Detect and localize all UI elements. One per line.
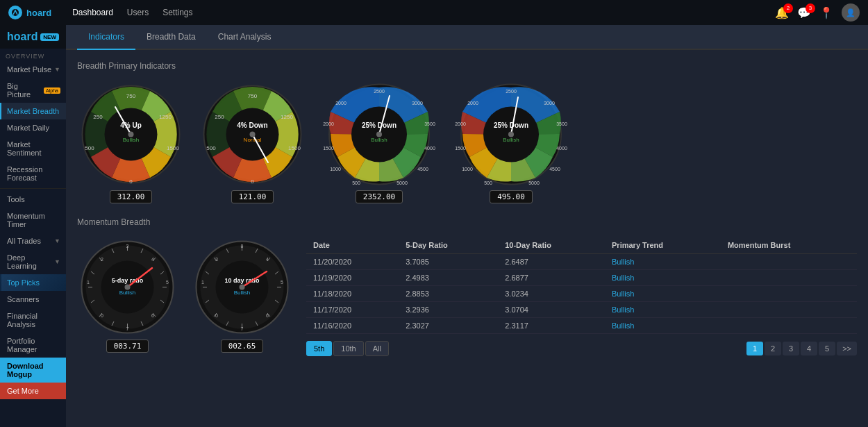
sidebar-item-financial-analysis[interactable]: Financial Analysis bbox=[0, 308, 66, 333]
page-4[interactable]: 4 bbox=[801, 342, 817, 355]
svg-text:250: 250 bbox=[93, 114, 103, 120]
table-row: 11/18/2020 2.8853 3.0234 Bullish bbox=[306, 286, 857, 302]
arrow-icon: ▼ bbox=[54, 258, 60, 265]
col-header-date: Date bbox=[306, 237, 399, 254]
sidebar-section-overview: OVERVIEW bbox=[0, 49, 66, 61]
nav-dashboard[interactable]: Dashboard bbox=[72, 8, 113, 17]
sidebar-item-deep-learning[interactable]: Deep Learning ▼ bbox=[0, 249, 66, 274]
table-footer: 5th 10th All 1 2 3 4 5 >> bbox=[306, 341, 857, 356]
gauges-row-primary: 750 1250 1500 0 500 250 4% Up Bullish bbox=[77, 81, 857, 203]
gauge-5day-value: 003.71 bbox=[106, 340, 149, 353]
sidebar-item-get-more[interactable]: Get More bbox=[0, 383, 66, 399]
svg-text:6: 6 bbox=[266, 313, 269, 318]
sidebar-item-market-daily[interactable]: Market Daily bbox=[0, 119, 66, 136]
table-row: 11/20/2020 3.7085 2.6487 Bullish bbox=[306, 254, 857, 270]
svg-text:2500: 2500 bbox=[374, 89, 385, 94]
sidebar-item-tools[interactable]: Tools bbox=[0, 191, 66, 208]
col-header-trend: Primary Trend bbox=[605, 237, 721, 254]
sidebar-item-scanners[interactable]: Scanners bbox=[0, 291, 66, 308]
svg-text:750: 750 bbox=[126, 93, 136, 99]
svg-point-44 bbox=[376, 132, 382, 137]
sidebar-item-market-sentiment[interactable]: Market Sentiment bbox=[0, 136, 66, 161]
svg-text:5000: 5000 bbox=[397, 181, 408, 185]
messages-button[interactable]: 💬3 bbox=[797, 6, 811, 19]
svg-text:Bullish: Bullish bbox=[371, 137, 387, 143]
svg-text:2000: 2000 bbox=[455, 122, 466, 126]
momentum-content: 2 1 0 7 6 5 4 3 5-day ratio Bullish bbox=[77, 237, 857, 356]
page-2[interactable]: 2 bbox=[765, 342, 781, 355]
svg-text:7: 7 bbox=[126, 326, 129, 331]
gauge-4up: 750 1250 1500 0 500 250 4% Up Bullish bbox=[77, 81, 185, 203]
content-scroll[interactable]: Breadth Primary Indicators bbox=[66, 50, 868, 427]
sidebar-item-momentum-timer[interactable]: Momentum Timer bbox=[0, 208, 66, 233]
filter-10th[interactable]: 10th bbox=[333, 341, 363, 356]
col-header-10day: 10-Day Ratio bbox=[498, 237, 605, 254]
svg-text:1250: 1250 bbox=[159, 114, 172, 120]
arrow-icon: ▼ bbox=[54, 66, 60, 73]
sidebar-item-market-breadth[interactable]: Market Breadth bbox=[0, 103, 66, 119]
svg-text:1500: 1500 bbox=[167, 145, 179, 151]
svg-text:3: 3 bbox=[215, 257, 218, 262]
sidebar-item-market-pulse[interactable]: Market Pulse ▼ bbox=[0, 61, 66, 78]
notifications-button[interactable]: 🔔2 bbox=[775, 6, 789, 19]
page-3[interactable]: 3 bbox=[783, 342, 799, 355]
svg-text:2000: 2000 bbox=[323, 122, 334, 126]
svg-text:10 day ratio: 10 day ratio bbox=[224, 277, 260, 284]
nav-settings[interactable]: Settings bbox=[162, 8, 192, 17]
gauge-25down-1-svg: 2500 3000 3500 4000 4500 5000 500 1000 1… bbox=[320, 81, 438, 188]
svg-point-26 bbox=[250, 132, 256, 137]
tab-indicators[interactable]: Indicators bbox=[77, 25, 135, 50]
sidebar-item-all-trades[interactable]: All Trades ▼ bbox=[0, 233, 66, 249]
svg-text:4000: 4000 bbox=[424, 146, 435, 151]
svg-text:Bullish: Bullish bbox=[503, 137, 519, 143]
sidebar-item-recession-forecast[interactable]: Recession Forecast bbox=[0, 161, 66, 186]
svg-text:3000: 3000 bbox=[412, 101, 423, 106]
page-5[interactable]: 5 bbox=[819, 342, 835, 355]
svg-text:4000: 4000 bbox=[556, 146, 567, 151]
sidebar-item-download-mogup[interactable]: Download Mogup bbox=[0, 358, 66, 383]
svg-text:4500: 4500 bbox=[417, 167, 428, 171]
sidebar-item-top-picks[interactable]: Top Picks bbox=[0, 274, 66, 291]
top-nav: hoard Dashboard Users Settings 🔔2 💬3 📍 👤 bbox=[0, 0, 868, 25]
svg-text:1: 1 bbox=[87, 280, 90, 285]
svg-text:0: 0 bbox=[101, 313, 103, 318]
sidebar-divider bbox=[0, 188, 66, 189]
sidebar: hoard NEW OVERVIEW Market Pulse ▼ Big Pi… bbox=[0, 25, 66, 427]
avatar[interactable]: 👤 bbox=[842, 3, 860, 22]
nav-users[interactable]: Users bbox=[127, 8, 149, 17]
svg-text:7: 7 bbox=[241, 326, 244, 331]
msg-badge: 3 bbox=[806, 3, 815, 13]
svg-text:5: 5 bbox=[281, 280, 283, 285]
sidebar-header: hoard NEW bbox=[0, 25, 66, 49]
sidebar-item-portfolio-manager[interactable]: Portfolio Manager bbox=[0, 333, 66, 358]
pagination: 1 2 3 4 5 >> bbox=[746, 342, 857, 355]
svg-text:1: 1 bbox=[201, 280, 204, 285]
tab-chart-analysis[interactable]: Chart Analysis bbox=[207, 25, 283, 50]
filter-all[interactable]: All bbox=[365, 341, 389, 356]
gauge-4up-value: 312.00 bbox=[110, 190, 153, 203]
svg-text:2: 2 bbox=[101, 257, 103, 262]
svg-text:8: 8 bbox=[241, 244, 244, 249]
content-area: Indicators Breadth Data Chart Analysis B… bbox=[66, 25, 868, 427]
svg-text:Normal: Normal bbox=[244, 137, 262, 143]
filter-5th[interactable]: 5th bbox=[306, 341, 332, 356]
gauge-4up-svg: 750 1250 1500 0 500 250 4% Up Bullish bbox=[77, 81, 185, 188]
page-next[interactable]: >> bbox=[837, 342, 857, 355]
svg-text:1000: 1000 bbox=[462, 167, 473, 171]
tab-breadth-data[interactable]: Breadth Data bbox=[135, 25, 207, 50]
gauge-25down-2-value: 495.00 bbox=[490, 190, 533, 203]
svg-text:1500: 1500 bbox=[288, 145, 301, 151]
gauge-25down-1: 2500 3000 3500 4000 4500 5000 500 1000 1… bbox=[320, 81, 438, 203]
svg-text:0: 0 bbox=[215, 313, 218, 318]
svg-point-13 bbox=[128, 132, 134, 137]
svg-text:3500: 3500 bbox=[556, 122, 567, 126]
gauge-4down-value: 121.00 bbox=[231, 190, 274, 203]
svg-text:6: 6 bbox=[151, 313, 154, 318]
app-logo: hoard bbox=[8, 6, 51, 19]
svg-text:500: 500 bbox=[85, 145, 94, 151]
gauge-10day: 3 1 0 7 6 5 4 8 10 day ratio Bullish bbox=[192, 237, 292, 353]
sidebar-item-big-picture[interactable]: Big Picture Alpha bbox=[0, 78, 66, 103]
svg-text:25% Down: 25% Down bbox=[494, 122, 528, 129]
page-1[interactable]: 1 bbox=[746, 342, 763, 355]
gauge-5day: 2 1 0 7 6 5 4 3 5-day ratio Bullish bbox=[77, 237, 178, 353]
